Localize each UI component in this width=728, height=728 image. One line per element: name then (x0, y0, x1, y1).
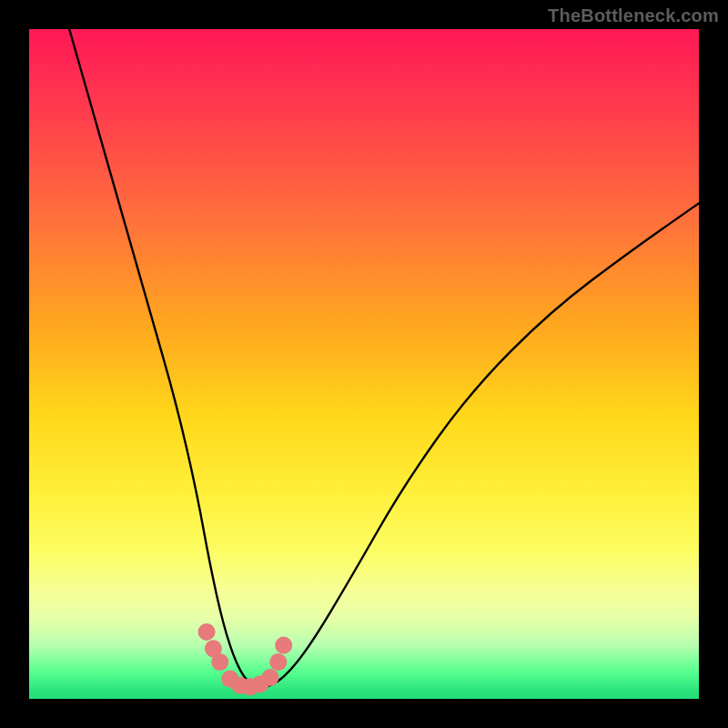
chart-frame: TheBottleneck.com (0, 0, 728, 728)
plot-area (29, 29, 699, 699)
marker-dot (275, 637, 292, 654)
marker-dot (211, 653, 228, 671)
bottleneck-curve-svg (29, 29, 699, 699)
watermark-text: TheBottleneck.com (548, 5, 719, 26)
marker-dot (198, 623, 216, 641)
marker-dot (261, 669, 278, 686)
marker-dot (269, 653, 287, 671)
marker-dots-group (198, 623, 293, 695)
bottleneck-curve-path (69, 29, 699, 688)
